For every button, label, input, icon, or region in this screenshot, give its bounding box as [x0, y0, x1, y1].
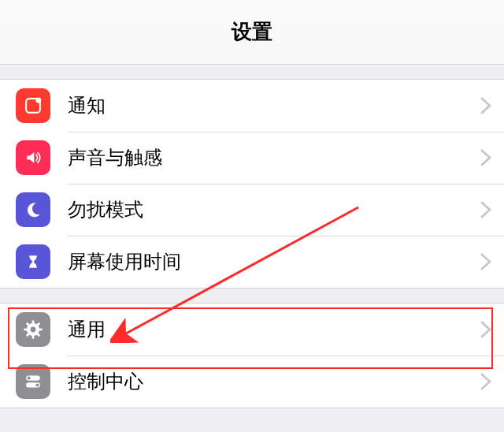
row-label: 通知: [68, 93, 480, 118]
row-general[interactable]: 通用: [0, 304, 504, 356]
svg-point-11: [31, 327, 36, 333]
row-label: 声音与触感: [68, 145, 480, 170]
svg-point-15: [35, 383, 39, 386]
row-label: 勿扰模式: [68, 197, 480, 222]
row-sounds[interactable]: 声音与触感: [0, 132, 504, 184]
svg-rect-6: [39, 329, 43, 331]
chevron-right-icon: [480, 97, 491, 114]
row-label: 控制中心: [68, 369, 480, 394]
moon-icon: [16, 192, 50, 227]
gear-icon: [16, 312, 50, 347]
row-notifications[interactable]: 通知: [0, 80, 504, 132]
header: 设置: [0, 0, 504, 65]
svg-rect-5: [24, 329, 27, 331]
chevron-right-icon: [480, 321, 491, 338]
svg-rect-3: [32, 320, 35, 323]
svg-point-13: [28, 377, 31, 380]
chevron-right-icon: [480, 373, 491, 390]
page-title: 设置: [232, 18, 272, 46]
toggles-icon: [16, 364, 50, 399]
chevron-right-icon: [480, 253, 491, 270]
svg-rect-4: [32, 336, 35, 339]
settings-group-2: 通用 控制中心: [0, 303, 504, 408]
settings-group-1: 通知 声音与触感 勿扰模式 屏幕使用时间: [0, 79, 504, 289]
row-screen-time[interactable]: 屏幕使用时间: [0, 236, 504, 288]
chevron-right-icon: [480, 149, 491, 166]
svg-point-1: [35, 98, 41, 103]
row-label: 通用: [68, 317, 480, 342]
row-do-not-disturb[interactable]: 勿扰模式: [0, 184, 504, 236]
chevron-right-icon: [480, 201, 491, 218]
notifications-icon: [16, 88, 50, 123]
row-control-center[interactable]: 控制中心: [0, 356, 504, 408]
sounds-icon: [16, 140, 50, 175]
row-label: 屏幕使用时间: [68, 249, 480, 274]
hourglass-icon: [16, 244, 50, 279]
